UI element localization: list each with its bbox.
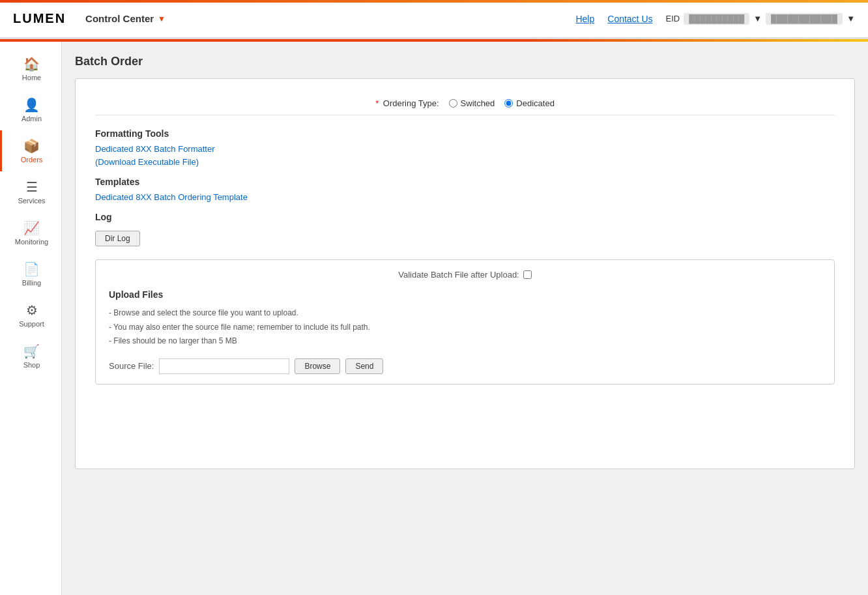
download-executable-link[interactable]: (Download Executable File) — [95, 157, 835, 167]
radio-dedicated-label: Dedicated — [516, 98, 555, 108]
sidebar-item-monitoring-label: Monitoring — [15, 238, 48, 246]
sidebar-item-support[interactable]: ⚙ Support — [0, 295, 61, 336]
sidebar-item-shop[interactable]: 🛒 Shop — [0, 336, 61, 377]
sidebar-item-admin-label: Admin — [22, 115, 42, 123]
page-title: Batch Order — [75, 55, 855, 68]
sidebar: 🏠 Home 👤 Admin 📦 Orders ☰ Services 📈 Mon… — [0, 42, 62, 595]
contact-us-link[interactable]: Contact Us — [607, 14, 652, 24]
shop-icon: 🛒 — [23, 343, 40, 359]
source-file-input[interactable] — [159, 358, 289, 374]
sidebar-item-orders[interactable]: 📦 Orders — [0, 130, 61, 171]
dedicated-batch-formatter-link[interactable]: Dedicated 8XX Batch Formatter — [95, 144, 835, 154]
sidebar-item-home[interactable]: 🏠 Home — [0, 48, 61, 89]
user-chevron-icon: ▼ — [846, 14, 855, 23]
support-icon: ⚙ — [26, 302, 38, 318]
eid-chevron-icon: ▼ — [753, 14, 762, 23]
batch-ordering-template-link[interactable]: Dedicated 8XX Batch Ordering Template — [95, 192, 835, 202]
radio-switched-label: Switched — [461, 98, 495, 108]
home-icon: 🏠 — [23, 56, 40, 72]
upload-instruction-3: - Files should be no larger than 5 MB — [109, 334, 821, 349]
sidebar-item-home-label: Home — [22, 74, 41, 81]
browse-button[interactable]: Browse — [295, 358, 340, 374]
logo-text: LUMEN — [13, 11, 66, 26]
control-center-chevron-icon: ▼ — [158, 14, 166, 23]
header-accent-bar — [0, 0, 868, 3]
sidebar-item-services[interactable]: ☰ Services — [0, 171, 61, 212]
sidebar-item-billing[interactable]: 📄 Billing — [0, 254, 61, 295]
validate-label: Validate Batch File after Upload: — [398, 270, 519, 280]
logo: LUMEN — [13, 11, 66, 26]
source-file-label: Source File: — [109, 361, 154, 371]
sidebar-item-orders-label: Orders — [21, 156, 43, 164]
radio-option-dedicated[interactable]: Dedicated — [504, 98, 555, 108]
sidebar-item-shop-label: Shop — [23, 361, 40, 369]
radio-switched[interactable] — [449, 99, 457, 108]
templates-section: Templates Dedicated 8XX Batch Ordering T… — [95, 177, 835, 202]
header-right: Help Contact Us EID ██████████ ▼ ███████… — [575, 13, 855, 25]
radio-group: Switched Dedicated — [449, 98, 555, 108]
validate-row: Validate Batch File after Upload: — [109, 270, 821, 280]
monitoring-icon: 📈 — [23, 220, 40, 236]
help-link[interactable]: Help — [575, 14, 594, 24]
upload-instructions: - Browse and select the source file you … — [109, 306, 821, 349]
validate-checkbox[interactable] — [523, 270, 532, 279]
upload-box: Validate Batch File after Upload: Upload… — [95, 259, 835, 385]
sidebar-item-services-label: Services — [18, 197, 45, 205]
sidebar-item-billing-label: Billing — [22, 279, 41, 287]
formatting-tools-title: Formatting Tools — [95, 128, 835, 139]
ordering-type-label: * Ordering Type: — [375, 98, 439, 108]
services-icon: ☰ — [26, 179, 38, 195]
log-title: Log — [95, 212, 835, 222]
send-button[interactable]: Send — [345, 358, 383, 374]
main-content: Batch Order * Ordering Type: Switched De… — [62, 42, 868, 595]
upload-title: Upload Files — [109, 289, 821, 300]
ordering-type-text: Ordering Type: — [383, 98, 439, 108]
sidebar-item-monitoring[interactable]: 📈 Monitoring — [0, 212, 61, 254]
user-value: ████████████ — [766, 13, 843, 25]
sidebar-item-admin[interactable]: 👤 Admin — [0, 89, 61, 130]
source-file-row: Source File: Browse Send — [109, 358, 821, 374]
upload-instruction-2: - You may also enter the source file nam… — [109, 321, 821, 335]
templates-title: Templates — [95, 177, 835, 187]
control-center-label: Control Center — [85, 13, 154, 24]
sidebar-item-support-label: Support — [19, 320, 44, 328]
eid-label: EID — [666, 14, 680, 23]
log-section: Log Dir Log — [95, 212, 835, 246]
content-card: * Ordering Type: Switched Dedicated For — [75, 78, 855, 469]
radio-dedicated[interactable] — [504, 99, 513, 108]
formatting-tools-section: Formatting Tools Dedicated 8XX Batch For… — [95, 128, 835, 167]
eid-section: EID ██████████ ▼ ████████████ ▼ — [666, 13, 855, 25]
required-star: * — [375, 98, 379, 108]
billing-icon: 📄 — [23, 261, 40, 277]
orders-icon: 📦 — [23, 138, 40, 154]
radio-option-switched[interactable]: Switched — [449, 98, 495, 108]
admin-icon: 👤 — [23, 97, 40, 113]
upload-instruction-1: - Browse and select the source file you … — [109, 306, 821, 321]
control-center-menu[interactable]: Control Center ▼ — [85, 13, 166, 24]
header: LUMEN Control Center ▼ Help Contact Us E… — [0, 0, 868, 39]
app-body: 🏠 Home 👤 Admin 📦 Orders ☰ Services 📈 Mon… — [0, 42, 868, 595]
dir-log-button[interactable]: Dir Log — [95, 231, 140, 246]
ordering-type-row: * Ordering Type: Switched Dedicated — [95, 92, 835, 115]
eid-value: ██████████ — [684, 13, 749, 25]
